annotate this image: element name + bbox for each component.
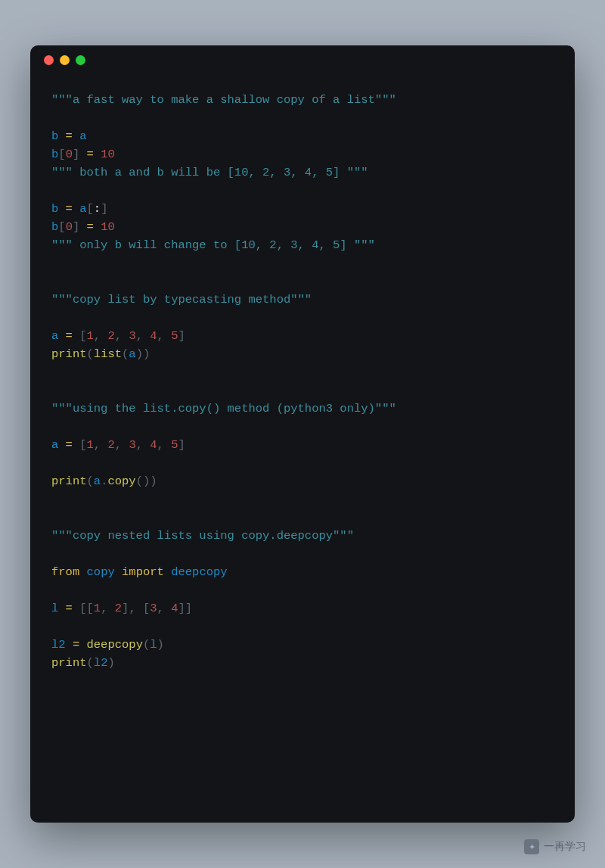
docstring: """copy nested lists using copy.deepcopy… — [51, 529, 354, 543]
docstring: """using the list.copy() method (python3… — [51, 402, 396, 415]
watermark-text: 一再学习 — [544, 840, 586, 854]
window-titlebar — [30, 45, 575, 74]
code-area: """a fast way to make a shallow copy of … — [30, 74, 575, 689]
maximize-icon[interactable] — [76, 55, 85, 65]
wechat-icon: ✦ — [524, 839, 539, 854]
code-window: """a fast way to make a shallow copy of … — [30, 45, 575, 823]
docstring: """copy list by typecasting method""" — [51, 293, 312, 306]
docstring: """ both a and b will be [10, 2, 3, 4, 5… — [51, 166, 368, 179]
docstring: """ only b will change to [10, 2, 3, 4, … — [51, 238, 375, 252]
close-icon[interactable] — [44, 55, 54, 65]
docstring: """a fast way to make a shallow copy of … — [51, 93, 396, 107]
watermark: ✦ 一再学习 — [524, 839, 586, 854]
minimize-icon[interactable] — [60, 55, 70, 65]
